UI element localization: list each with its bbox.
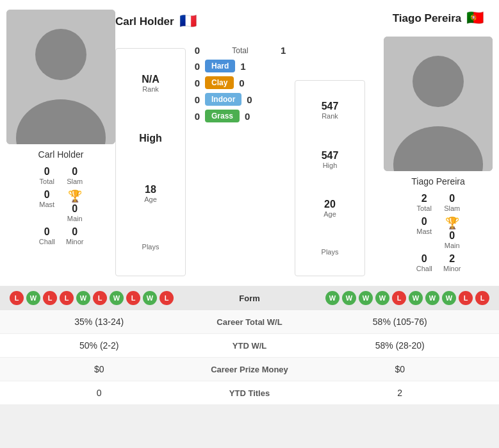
hard-badge: Hard [205, 60, 235, 72]
plays1-label: Plays [142, 243, 160, 251]
age2-val: 20 [323, 199, 336, 210]
player1-mast-item: 0 Mast [38, 189, 56, 222]
ytd-wl-right: 58% (28-20) [314, 340, 487, 351]
player1-trophy: 🏆 0 Main [66, 189, 84, 222]
form-left: LWLLWLWLWL [10, 291, 214, 305]
hard-row: 0 Hard 1 [186, 60, 295, 72]
form-badge-left: L [10, 291, 24, 305]
player2-slam-label: Slam [444, 204, 460, 212]
career-total-center: Career Total W/L [186, 317, 314, 327]
rank-label: Rank [142, 85, 160, 93]
player2-slam-item: 0 Slam [443, 193, 461, 212]
player2-photo [384, 37, 493, 171]
high2-label: High [322, 162, 339, 169]
career-total-right: 58% (105-76) [314, 317, 487, 327]
form-badge-left: W [26, 291, 40, 305]
player2-mast-val: 0 [421, 216, 427, 228]
titles-right: 2 [314, 388, 487, 398]
ytd-wl-row: 50% (2-2) YTD W/L 58% (28-20) [0, 334, 499, 358]
hard-score-left: 0 [186, 61, 205, 72]
player1-flag: 🇫🇷 [179, 13, 197, 29]
comparison-section: Carl Holder 0 Total 0 Slam 0 Mast 🏆 0 M [0, 0, 499, 286]
titles-left: 0 [13, 388, 186, 398]
player2-minor-val: 2 [449, 253, 455, 265]
player1-total-label: Total [40, 178, 54, 185]
form-badge-left: W [143, 291, 157, 305]
player1-chall-label: Chall [39, 238, 55, 245]
indoor-row: 0 Indoor 0 [186, 93, 295, 106]
form-badge-right: W [409, 291, 423, 305]
player2-trophy: 🏆 0 Main [443, 216, 461, 249]
form-badge-right: W [342, 291, 356, 305]
form-label: Form [218, 294, 282, 303]
player1-minor-val: 0 [72, 226, 78, 238]
form-badge-left: W [110, 291, 124, 305]
player1-chall-item: 0 Chall [38, 226, 56, 245]
grass-badge: Grass [205, 110, 240, 122]
player1-column: Carl Holder 0 Total 0 Slam 0 Mast 🏆 0 M [6, 10, 115, 276]
age1-val: 18 [144, 184, 157, 195]
high2-item: 547 High [322, 150, 339, 169]
plays2-label: Plays [322, 248, 339, 256]
prize-center: Career Prize Money [186, 365, 314, 374]
player1-total-item: 0 Total [38, 166, 56, 185]
prize-row: $0 Career Prize Money $0 [0, 358, 499, 381]
form-badge-right: L [475, 291, 489, 305]
high-item: High [139, 133, 162, 144]
player2-chall-item: 0 Chall [415, 253, 433, 272]
player2-name: Tiago Pereira [393, 12, 461, 25]
right-stats-box: 547 Rank 547 High 20 Age Plays [295, 80, 365, 276]
plays2-item: Plays [322, 248, 339, 256]
player1-chall-val: 0 [44, 226, 50, 238]
hard-score-right: 1 [235, 61, 254, 72]
form-right: WWWWLWWWLL [286, 291, 490, 305]
player1-name-below: Carl Holder [38, 149, 84, 160]
indoor-score-right: 0 [241, 94, 261, 105]
player1-mast-label: Mast [39, 201, 54, 208]
age2-label: Age [323, 210, 336, 218]
rank2-label: Rank [322, 112, 339, 120]
svg-point-4 [413, 56, 464, 107]
prize-right: $0 [314, 364, 487, 374]
rank-item: N/A Rank [142, 74, 160, 93]
stats-table: 35% (13-24) Career Total W/L 58% (105-76… [0, 310, 499, 405]
total-label: Total [205, 46, 275, 55]
player2-mast-label: Mast [416, 228, 432, 235]
player1-mast-val: 0 [44, 189, 50, 201]
player2-minor-label: Minor [443, 265, 461, 272]
age2-item: 20 Age [323, 199, 336, 218]
age1-label: Age [144, 195, 157, 203]
rank2-val: 547 [322, 101, 339, 112]
player1-minor-item: 0 Minor [66, 226, 84, 245]
career-total-row: 35% (13-24) Career Total W/L 58% (105-76… [0, 310, 499, 334]
form-badge-left: W [76, 291, 90, 305]
high2-val: 547 [322, 150, 339, 162]
player1-photo [6, 10, 115, 144]
form-badge-left: L [60, 291, 74, 305]
player2-mast-item: 0 Mast [415, 216, 433, 249]
total-score-right: 1 [275, 45, 295, 56]
age1-item: 18 Age [144, 184, 157, 203]
high-val: High [139, 133, 162, 144]
career-total-left: 35% (13-24) [13, 317, 186, 327]
player1-total-val: 0 [44, 166, 50, 178]
player2-chall-label: Chall [416, 265, 432, 272]
player2-chall-val: 0 [421, 253, 427, 265]
form-badge-right: W [425, 291, 439, 305]
form-badge-left: L [126, 291, 140, 305]
grass-score-left: 0 [186, 111, 205, 122]
player1-main-val: 0 [72, 203, 78, 215]
form-badge-left: L [160, 291, 174, 305]
player2-trophy-icon: 🏆 [445, 216, 459, 230]
titles-center: YTD Titles [186, 388, 314, 398]
ytd-wl-left: 50% (2-2) [13, 340, 186, 351]
form-badge-right: W [442, 291, 456, 305]
player2-name-below: Tiago Pereira [411, 176, 465, 187]
grass-row: 0 Grass 0 [186, 110, 295, 122]
rank-val: N/A [142, 74, 160, 85]
player2-minor-item: 2 Minor [443, 253, 461, 272]
form-badge-right: W [375, 291, 389, 305]
player2-total-val: 2 [421, 193, 427, 204]
form-badge-right: W [325, 291, 339, 305]
form-badge-right: L [392, 291, 406, 305]
